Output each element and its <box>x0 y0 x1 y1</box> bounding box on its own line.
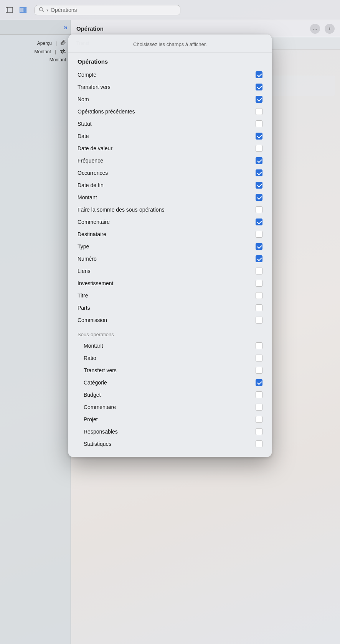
popup-item-13[interactable]: Destinataire <box>68 228 272 240</box>
popup-item-label-13: Destinataire <box>78 231 106 237</box>
popup-sub-item-3[interactable]: Catégorie <box>68 376 272 389</box>
popup-sub-item-label-2: Transfert vers <box>84 367 117 373</box>
popup-item-checkbox-1[interactable] <box>256 84 262 90</box>
popup-item-label-17: Investissement <box>78 280 113 286</box>
popup-sub-item-checkbox-4[interactable] <box>256 391 262 398</box>
popup-item-6[interactable]: Date de valeur <box>68 142 272 154</box>
popup-item-label-12: Commentaire <box>78 219 110 225</box>
popup-item-checkbox-14[interactable] <box>256 243 262 250</box>
popup-item-checkbox-7[interactable] <box>256 157 262 164</box>
popup-item-label-20: Commission <box>78 317 107 323</box>
popup-item-checkbox-10[interactable] <box>256 194 262 201</box>
popup-item-label-19: Parts <box>78 305 90 311</box>
popup-item-5[interactable]: Date <box>68 130 272 142</box>
popup-subsection-title: Sous-opérations <box>68 326 272 340</box>
popup-item-label-14: Type <box>78 243 89 250</box>
popup-item-label-16: Liens <box>78 268 90 274</box>
popup-sub-item-4[interactable]: Budget <box>68 389 272 401</box>
popup-item-checkbox-8[interactable] <box>256 169 262 176</box>
popup-item-checkbox-2[interactable] <box>256 96 262 103</box>
popup-overlay: Choisissez les champs à afficher. Opérat… <box>0 0 340 644</box>
popup-item-11[interactable]: Faire la somme des sous-opérations <box>68 204 272 216</box>
popup-sub-item-label-8: Statistiques <box>84 441 111 447</box>
popup-section-title: Opérations <box>68 58 272 69</box>
popup-hint: Choisissez les champs à afficher. <box>68 41 272 53</box>
popup-sub-item-8[interactable]: Statistiques <box>68 438 272 450</box>
popup-item-17[interactable]: Investissement <box>68 277 272 289</box>
popup-sub-item-checkbox-5[interactable] <box>256 404 262 411</box>
popup-item-checkbox-15[interactable] <box>256 255 262 262</box>
popup-sub-item-checkbox-8[interactable] <box>256 440 262 447</box>
popup-item-18[interactable]: Titre <box>68 289 272 302</box>
field-chooser-popup: Choisissez les champs à afficher. Opérat… <box>68 34 272 457</box>
popup-item-checkbox-4[interactable] <box>256 120 262 127</box>
popup-item-14[interactable]: Type <box>68 240 272 253</box>
popup-item-checkbox-9[interactable] <box>256 182 262 189</box>
popup-item-7[interactable]: Fréquence <box>68 154 272 167</box>
popup-item-15[interactable]: Numéro <box>68 253 272 265</box>
popup-item-0[interactable]: Compte <box>68 69 272 81</box>
popup-item-checkbox-20[interactable] <box>256 317 262 324</box>
popup-sub-item-checkbox-3[interactable] <box>256 379 262 386</box>
popup-item-label-18: Titre <box>78 292 88 299</box>
popup-item-checkbox-13[interactable] <box>256 231 262 238</box>
popup-sub-item-checkbox-7[interactable] <box>256 428 262 435</box>
popup-sub-item-checkbox-2[interactable] <box>256 367 262 374</box>
popup-item-label-8: Occurrences <box>78 170 108 176</box>
popup-item-3[interactable]: Opérations précédentes <box>68 105 272 118</box>
popup-sub-item-checkbox-1[interactable] <box>256 355 262 361</box>
popup-item-checkbox-16[interactable] <box>256 268 262 274</box>
popup-item-16[interactable]: Liens <box>68 265 272 277</box>
popup-item-4[interactable]: Statut <box>68 118 272 130</box>
popup-sub-item-label-6: Projet <box>84 416 98 422</box>
popup-item-label-10: Montant <box>78 194 97 200</box>
popup-sub-item-checkbox-0[interactable] <box>256 342 262 349</box>
popup-sub-item-0[interactable]: Montant <box>68 340 272 352</box>
popup-item-label-3: Opérations précédentes <box>78 108 135 115</box>
popup-item-label-7: Fréquence <box>78 158 103 164</box>
popup-item-label-0: Compte <box>78 72 96 78</box>
popup-item-checkbox-5[interactable] <box>256 133 262 140</box>
popup-sub-item-label-0: Montant <box>84 343 103 349</box>
popup-item-checkbox-17[interactable] <box>256 280 262 287</box>
popup-item-20[interactable]: Commission <box>68 314 272 326</box>
popup-sub-item-2[interactable]: Transfert vers <box>68 364 272 376</box>
popup-item-19[interactable]: Parts <box>68 302 272 314</box>
popup-item-8[interactable]: Occurrences <box>68 167 272 179</box>
popup-item-checkbox-3[interactable] <box>256 108 262 115</box>
popup-item-checkbox-19[interactable] <box>256 304 262 311</box>
popup-item-checkbox-0[interactable] <box>256 71 262 78</box>
popup-item-label-5: Date <box>78 133 89 139</box>
popup-item-label-2: Nom <box>78 96 89 102</box>
popup-item-checkbox-11[interactable] <box>256 206 262 213</box>
popup-item-label-15: Numéro <box>78 256 97 262</box>
popup-sub-item-7[interactable]: Responsables <box>68 426 272 438</box>
popup-item-checkbox-6[interactable] <box>256 145 262 152</box>
popup-item-label-9: Date de fin <box>78 182 104 188</box>
popup-item-12[interactable]: Commentaire <box>68 216 272 228</box>
popup-item-checkbox-18[interactable] <box>256 292 262 299</box>
popup-item-9[interactable]: Date de fin <box>68 179 272 191</box>
popup-item-checkbox-12[interactable] <box>256 219 262 225</box>
popup-subitems-container: MontantRatioTransfert versCatégorieBudge… <box>68 340 272 450</box>
popup-sub-item-5[interactable]: Commentaire <box>68 401 272 413</box>
popup-item-2[interactable]: Nom <box>68 93 272 105</box>
popup-item-label-11: Faire la somme des sous-opérations <box>78 207 164 213</box>
popup-item-1[interactable]: Transfert vers <box>68 81 272 93</box>
popup-item-label-4: Statut <box>78 121 92 127</box>
popup-item-10[interactable]: Montant <box>68 191 272 204</box>
popup-sub-item-label-5: Commentaire <box>84 404 116 410</box>
popup-sub-item-label-1: Ratio <box>84 355 96 361</box>
popup-sub-item-label-7: Responsables <box>84 429 118 435</box>
popup-item-label-1: Transfert vers <box>78 84 111 90</box>
popup-sub-item-label-3: Catégorie <box>84 380 107 386</box>
popup-sub-item-6[interactable]: Projet <box>68 413 272 426</box>
popup-sub-item-1[interactable]: Ratio <box>68 352 272 364</box>
popup-item-label-6: Date de valeur <box>78 145 112 151</box>
popup-items-container: CompteTransfert versNomOpérations précéd… <box>68 69 272 326</box>
popup-sub-item-label-4: Budget <box>84 392 101 398</box>
popup-sub-item-checkbox-6[interactable] <box>256 416 262 423</box>
